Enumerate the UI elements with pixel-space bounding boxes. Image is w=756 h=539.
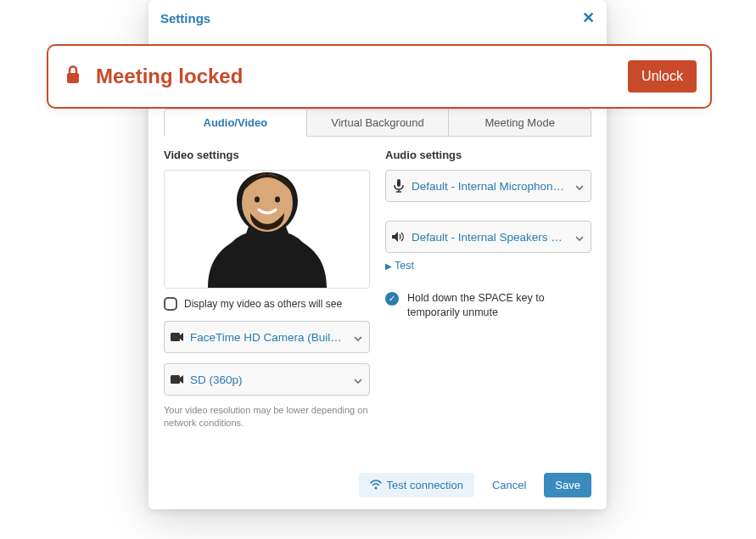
video-column: Video settings Display my video as other… <box>164 149 370 430</box>
chevron-down-icon <box>347 372 369 387</box>
close-icon[interactable]: ✕ <box>582 8 595 27</box>
svg-point-8 <box>374 487 377 490</box>
resolution-select[interactable]: SD (360p) <box>164 363 370 396</box>
speaker-select-value: Default - Internal Speakers (Bu… <box>412 231 568 244</box>
resolution-select-value: SD (360p) <box>190 373 347 386</box>
test-connection-button[interactable]: Test connection <box>359 473 474 497</box>
cancel-button[interactable]: Cancel <box>481 473 537 497</box>
resolution-helper-text: Your video resolution may be lower depen… <box>164 404 370 430</box>
test-speaker-link[interactable]: ▶ Test <box>385 260 414 272</box>
meeting-locked-banner: Meeting locked Unlock <box>47 44 712 109</box>
video-preview <box>164 170 370 289</box>
chevron-down-icon <box>568 229 591 244</box>
svg-point-2 <box>275 197 280 203</box>
microphone-select-value: Default - Internal Microphone (… <box>412 180 568 193</box>
play-icon: ▶ <box>385 261 392 271</box>
speaker-icon <box>386 231 412 243</box>
audio-section-title: Audio settings <box>385 149 591 161</box>
lock-icon <box>65 65 81 87</box>
modal-footer: Test connection Cancel Save <box>148 430 607 497</box>
svg-rect-4 <box>171 375 180 384</box>
wifi-icon <box>370 480 382 490</box>
display-as-others-label: Display my video as others will see <box>184 298 342 310</box>
test-connection-label: Test connection <box>387 479 463 491</box>
camera-icon <box>165 332 190 342</box>
chevron-down-icon <box>568 178 591 194</box>
audio-column: Audio settings Default - Internal Microp… <box>385 149 591 430</box>
unlock-label: Unlock <box>641 69 683 84</box>
camera-icon <box>165 374 190 385</box>
tab-meeting-mode[interactable]: Meeting Mode <box>449 109 591 137</box>
settings-content: Video settings Display my video as other… <box>148 137 607 430</box>
svg-rect-3 <box>171 333 180 341</box>
unlock-button[interactable]: Unlock <box>628 60 697 93</box>
display-as-others-row: Display my video as others will see <box>164 297 370 311</box>
video-section-title: Video settings <box>164 149 370 161</box>
speaker-select[interactable]: Default - Internal Speakers (Bu… <box>385 221 591 253</box>
save-button[interactable]: Save <box>544 473 591 497</box>
chevron-down-icon <box>347 329 369 345</box>
svg-rect-9 <box>67 73 79 83</box>
space-unmute-label: Hold down the SPACE key to temporarily u… <box>407 291 591 321</box>
space-unmute-checkbox[interactable]: ✓ <box>385 292 399 306</box>
test-label: Test <box>395 260 414 272</box>
tab-virtual-background[interactable]: Virtual Background <box>307 109 450 137</box>
save-label: Save <box>555 479 580 491</box>
banner-message: Meeting locked <box>96 65 628 88</box>
tabs: Audio/Video Virtual Background Meeting M… <box>164 109 591 137</box>
avatar-image <box>182 170 352 288</box>
cancel-label: Cancel <box>492 479 526 491</box>
svg-point-1 <box>255 197 260 203</box>
display-as-others-checkbox[interactable] <box>164 297 177 311</box>
camera-select-value: FaceTime HD Camera (Built-in)… <box>190 331 347 344</box>
settings-header: Settings ✕ <box>148 0 607 32</box>
svg-rect-5 <box>397 179 400 187</box>
tab-audio-video[interactable]: Audio/Video <box>164 109 307 137</box>
camera-select[interactable]: FaceTime HD Camera (Built-in)… <box>164 321 370 353</box>
microphone-icon <box>386 179 412 193</box>
microphone-select[interactable]: Default - Internal Microphone (… <box>385 170 591 202</box>
space-unmute-row: ✓ Hold down the SPACE key to temporarily… <box>385 291 591 321</box>
settings-title: Settings <box>160 11 210 25</box>
